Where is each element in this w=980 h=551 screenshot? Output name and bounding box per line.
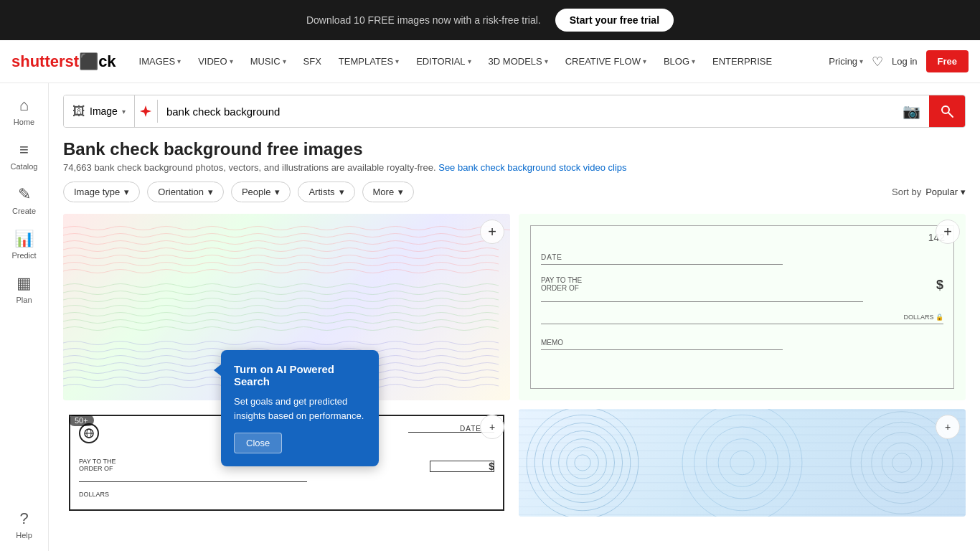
sidebar-item-plan[interactable]: ▦ Plan [0,267,48,311]
filter-people[interactable]: People ▾ [231,182,291,202]
sort-by-label: Sort by [892,187,921,197]
filters-row: Image type ▾ Orientation ▾ People ▾ Arti… [63,182,966,202]
nav-music[interactable]: MUSIC ▾ [245,53,292,70]
sidebar: ⌂ Home ≡ Catalog ✎ Create 📊 Predict ▦ Pl… [0,83,49,551]
image-grid-wrapper: Turn on AI Powered Search Set goals and … [63,214,966,517]
svg-point-8 [551,431,615,495]
nav-enterprise[interactable]: ENTERPRISE [707,53,778,70]
sidebar-item-help[interactable]: ? Help [0,502,48,551]
ai-search-icon[interactable] [135,100,158,123]
nav-blog[interactable]: BLOG ▾ [658,53,701,70]
svg-point-11 [527,409,639,517]
chevron-down-icon: ▾ [124,187,129,197]
filter-orientation[interactable]: Orientation ▾ [147,182,224,202]
add-to-collection-button-2[interactable]: + [936,220,960,244]
chevron-down-icon: ▾ [643,57,646,65]
create-icon: ✎ [18,185,31,204]
video-clips-link[interactable]: See bank check background stock video cl… [438,162,626,173]
chevron-down-icon: ▾ [208,187,213,197]
svg-point-19 [872,433,933,494]
chevron-down-icon: ▾ [339,187,344,197]
add-to-collection-button-1[interactable]: + [480,220,504,244]
nav-templates[interactable]: TEMPLATES ▾ [333,53,405,70]
nav-3d-models[interactable]: 3D MODELS ▾ [483,53,554,70]
chevron-down-icon: ▾ [122,108,126,116]
banner-text: Download 10 FREE images now with a risk-… [306,14,541,26]
sort-area: Sort by Popular ▾ [892,187,966,197]
results-count: 74,663 [63,162,92,173]
sidebar-item-home[interactable]: ⌂ Home [0,89,48,133]
help-icon: ? [19,509,28,528]
camera-search-icon[interactable]: 📷 [894,103,929,120]
nav-images[interactable]: IMAGES ▾ [133,53,187,70]
ai-tooltip-close-button[interactable]: Close [234,433,282,453]
logo[interactable]: shutterst⬛ck [11,52,116,71]
svg-point-7 [559,439,607,487]
svg-point-6 [567,447,599,479]
search-input[interactable] [158,95,894,127]
sidebar-item-predict[interactable]: 📊 Predict [0,222,48,267]
chevron-down-icon: ▾ [395,57,399,65]
catalog-icon: ≡ [19,141,29,159]
sidebar-item-create[interactable]: ✎ Create [0,178,48,222]
results-header: Bank check background free images 74,663… [63,139,966,173]
chevron-down-icon: ▾ [398,187,403,197]
svg-line-1 [948,113,953,117]
svg-point-16 [682,409,802,517]
filter-image-type[interactable]: Image type ▾ [63,182,140,202]
chevron-down-icon: ▾ [961,187,966,197]
image-card-4[interactable]: + [519,409,966,517]
nav-right: Pricing ▾ ♡ Log in Free [829,50,969,72]
image-badge-3: 50+ [69,415,94,426]
nav-creative-flow[interactable]: CREATIVE FLOW ▾ [560,53,652,70]
search-type-selector[interactable]: 🖼 Image ▾ [64,95,135,127]
svg-point-15 [694,415,791,511]
chevron-down-icon: ▾ [545,57,548,65]
add-to-collection-button-3[interactable]: + [480,415,504,439]
filter-artists[interactable]: Artists ▾ [298,182,354,202]
free-button[interactable]: Free [926,50,969,72]
main-layout: ⌂ Home ≡ Catalog ✎ Create 📊 Predict ▦ Pl… [0,83,980,551]
svg-point-12 [730,451,754,474]
plan-icon: ▦ [17,274,32,293]
login-button[interactable]: Log in [892,56,917,67]
filter-more[interactable]: More ▾ [362,182,415,202]
trial-button[interactable]: Start your free trial [555,9,674,32]
chevron-down-icon: ▾ [468,57,471,65]
home-icon: ⌂ [19,96,29,115]
svg-point-17 [892,453,912,473]
svg-point-20 [861,422,942,503]
ai-tooltip-title: Turn on AI Powered Search [234,363,366,387]
search-button[interactable] [929,95,965,127]
chevron-down-icon: ▾ [692,57,695,65]
sidebar-item-catalog[interactable]: ≡ Catalog [0,133,48,178]
chevron-down-icon: ▾ [177,57,181,65]
svg-point-14 [706,427,778,499]
predict-icon: 📊 [14,230,34,248]
top-banner: Download 10 FREE images now with a risk-… [0,0,980,40]
nav-pricing[interactable]: Pricing ▾ [829,56,863,67]
svg-point-5 [575,455,590,471]
nav-sfx[interactable]: SFX [298,53,327,70]
svg-point-10 [534,415,631,511]
svg-point-13 [718,439,766,487]
favorites-icon[interactable]: ♡ [872,54,883,70]
sort-value[interactable]: Popular ▾ [925,187,966,197]
add-to-collection-button-4[interactable]: + [936,415,960,439]
results-title: Bank check background free images [63,139,966,159]
navbar: shutterst⬛ck IMAGES ▾ VIDEO ▾ MUSIC ▾ SF… [0,40,980,83]
nav-video[interactable]: VIDEO ▾ [192,53,238,70]
image-grid: + 142 DATE PAY TO THEORDER OF $ DOLLARS … [63,214,966,517]
nav-editorial[interactable]: EDITORIAL ▾ [410,53,476,70]
ai-tooltip: Turn on AI Powered Search Set goals and … [221,350,379,466]
search-bar: 🖼 Image ▾ 📷 [63,95,966,128]
image-card-2[interactable]: 142 DATE PAY TO THEORDER OF $ DOLLARS 🔒 … [519,214,966,400]
image-icon: 🖼 [72,104,85,119]
results-subtitle: 74,663 bank check background photos, vec… [63,162,966,173]
chevron-down-icon: ▾ [859,57,863,65]
chevron-down-icon: ▾ [283,57,286,65]
ai-tooltip-body: Set goals and get predicted insights bas… [234,395,366,423]
svg-point-18 [882,443,922,483]
chevron-down-icon: ▾ [275,187,280,197]
chevron-down-icon: ▾ [230,57,233,65]
